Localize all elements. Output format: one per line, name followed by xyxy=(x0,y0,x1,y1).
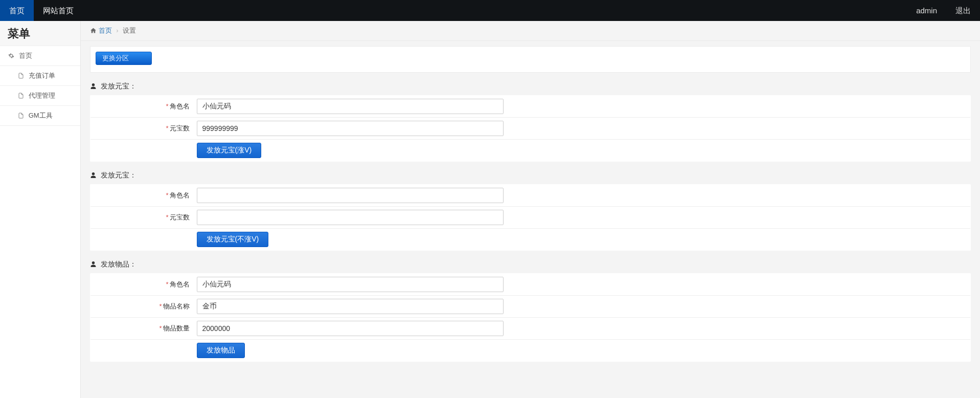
button-send-item[interactable]: 发放物品 xyxy=(197,343,245,358)
form-item: *角色名 *物品名称 *物品数量 发放物品 xyxy=(90,273,971,362)
button-send-yuanbao-no-v[interactable]: 发放元宝(不涨V) xyxy=(197,232,269,247)
file-icon xyxy=(17,112,25,119)
main-content: 首页 › 设置 更换分区 发放元宝： *角色名 *元宝数 xyxy=(81,21,980,398)
sidebar-group-home[interactable]: 首页 xyxy=(0,46,80,66)
sidebar: 菜单 首页 充值订单 代理管理 GM工具 xyxy=(0,21,81,398)
user-label[interactable]: admin xyxy=(907,0,946,21)
breadcrumb: 首页 › 设置 xyxy=(81,21,980,41)
nav-home[interactable]: 首页 xyxy=(0,0,34,21)
person-icon xyxy=(90,260,99,268)
gear-icon xyxy=(8,52,15,59)
section-title-yuanbao-1: 发放元宝： xyxy=(90,82,971,91)
home-icon xyxy=(90,27,99,34)
logout-link[interactable]: 退出 xyxy=(946,0,980,21)
nav-site-home[interactable]: 网站首页 xyxy=(34,0,83,21)
input-role-name-1[interactable] xyxy=(197,99,504,114)
breadcrumb-current: 设置 xyxy=(123,27,136,34)
input-role-name-2[interactable] xyxy=(197,188,504,203)
topbar: 首页 网站首页 admin 退出 xyxy=(0,0,980,21)
breadcrumb-home[interactable]: 首页 xyxy=(99,27,112,34)
section-title-item: 发放物品： xyxy=(90,260,971,269)
form-yuanbao-1: *角色名 *元宝数 发放元宝(涨V) xyxy=(90,95,971,162)
sidebar-item-agent[interactable]: 代理管理 xyxy=(0,86,80,106)
input-yuanbao-count-1[interactable] xyxy=(197,121,504,136)
input-item-name[interactable] xyxy=(197,299,504,314)
sidebar-item-recharge[interactable]: 充值订单 xyxy=(0,66,80,86)
change-zone-panel: 更换分区 xyxy=(90,46,971,73)
section-title-yuanbao-2: 发放元宝： xyxy=(90,171,971,180)
file-icon xyxy=(17,72,25,79)
input-yuanbao-count-2[interactable] xyxy=(197,210,504,225)
change-zone-button[interactable]: 更换分区 xyxy=(96,52,152,65)
input-item-count[interactable] xyxy=(197,321,504,336)
person-icon xyxy=(90,82,99,90)
form-yuanbao-2: *角色名 *元宝数 发放元宝(不涨V) xyxy=(90,184,971,251)
button-send-yuanbao-v[interactable]: 发放元宝(涨V) xyxy=(197,143,262,158)
input-role-name-3[interactable] xyxy=(197,277,504,292)
person-icon xyxy=(90,171,99,179)
sidebar-item-gm-tools[interactable]: GM工具 xyxy=(0,106,80,126)
file-icon xyxy=(17,92,25,99)
sidebar-title: 菜单 xyxy=(0,21,80,46)
